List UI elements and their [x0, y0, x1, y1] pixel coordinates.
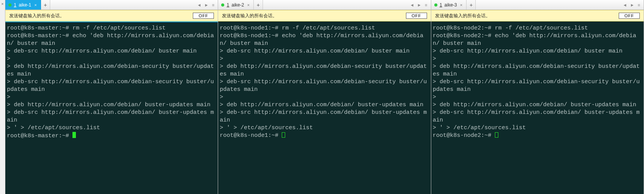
terminal-output[interactable]: root@k8s-master:~# rm -f /etc/apt/source… [5, 21, 218, 194]
close-tab-icon[interactable]: × [246, 3, 250, 7]
tab-label: aike-2 [232, 2, 244, 8]
terminal-line: > deb http://mirrors.aliyun.com/debian-s… [7, 63, 216, 78]
terminal-line: root@k8s-node2:~# echo 'deb http://mirro… [433, 32, 642, 48]
terminal-line: > deb-src http://mirrors.aliyun.com/debi… [7, 78, 216, 94]
terminal-pane: 1 aike-2×+◄►≡发送键盘输入的所有会话。OFFroot@k8s-nod… [218, 0, 431, 194]
session-tab[interactable]: 1 aike-2× [218, 0, 254, 10]
terminal-line: > deb-src http://mirrors.aliyun.com/debi… [7, 48, 216, 55]
tab-scroll-controls: ◄►≡ [194, 0, 218, 10]
terminal-line: > deb-src http://mirrors.aliyun.com/debi… [433, 48, 642, 55]
terminal-pane: 1 aike-3×+◄►≡发送键盘输入的所有会话。OFFroot@k8s-nod… [431, 0, 644, 194]
terminal-prompt-line: root@k8s-node2:~# [433, 132, 642, 140]
terminal-line: > [7, 94, 216, 101]
terminal-line: > deb-src http://mirrors.aliyun.com/debi… [7, 109, 216, 124]
banner-message: 发送键盘输入的所有会话。 [222, 13, 406, 19]
terminal-prompt-line: root@k8s-master:~# [7, 132, 216, 140]
tab-right-arrow-icon[interactable]: ► [416, 3, 422, 7]
cursor-icon [72, 132, 76, 138]
terminal-output[interactable]: root@k8s-node2:~# rm -f /etc/apt/sources… [431, 21, 644, 194]
terminal-line: > ' > /etc/apt/sources.list [433, 124, 642, 132]
tab-bar: 1 aike-1×+◄►≡ [5, 0, 218, 10]
close-tab-icon[interactable]: × [33, 3, 37, 7]
broadcast-off-button[interactable]: OFF [406, 13, 427, 19]
broadcast-off-button[interactable]: OFF [619, 13, 640, 19]
terminal-line: > deb-src http://mirrors.aliyun.com/debi… [433, 109, 642, 124]
banner-message: 发送键盘输入的所有会话。 [9, 13, 193, 19]
terminal-output[interactable]: root@k8s-node1:~# rm -f /etc/apt/sources… [218, 21, 430, 194]
tab-left-arrow-icon[interactable]: ◄ [409, 3, 415, 7]
new-tab-button[interactable]: + [41, 0, 50, 10]
tab-menu-icon[interactable]: ≡ [210, 3, 215, 7]
tab-number: 1 [440, 2, 442, 8]
new-tab-button[interactable]: + [467, 0, 476, 10]
terminal-line: > [7, 55, 216, 63]
left-gutter: × [0, 0, 5, 194]
broadcast-banner: 发送键盘输入的所有会话。OFF [5, 10, 218, 21]
terminal-line: > deb-src http://mirrors.aliyun.com/debi… [220, 109, 429, 124]
tab-scroll-controls: ◄►≡ [619, 0, 644, 10]
new-tab-button[interactable]: + [254, 0, 263, 10]
tab-right-arrow-icon[interactable]: ► [629, 3, 636, 7]
terminal-line: root@k8s-master:~# echo 'deb http://mirr… [7, 32, 216, 48]
session-tab[interactable]: 1 aike-3× [431, 0, 467, 10]
tab-menu-icon[interactable]: ≡ [636, 3, 641, 7]
cursor-icon [282, 132, 285, 138]
tab-number: 1 [14, 2, 16, 8]
tab-menu-icon[interactable]: ≡ [423, 3, 428, 7]
tab-bar: 1 aike-2×+◄►≡ [218, 0, 430, 10]
tab-number: 1 [227, 2, 229, 8]
gutter-close-icon[interactable]: × [0, 0, 5, 6]
banner-message: 发送键盘输入的所有会话。 [435, 13, 619, 19]
terminal-line: root@k8s-node1:~# rm -f /etc/apt/sources… [220, 25, 429, 32]
tab-scroll-controls: ◄►≡ [406, 0, 430, 10]
cursor-icon [495, 132, 498, 138]
prompt-text: root@k8s-master:~# [7, 133, 72, 139]
status-dot-icon [8, 3, 12, 7]
terminal-line: > [220, 94, 429, 101]
terminal-line: > deb http://mirrors.aliyun.com/debian/ … [220, 101, 429, 109]
tab-label: aike-3 [444, 2, 457, 8]
tab-bar: 1 aike-3×+◄►≡ [431, 0, 644, 10]
terminal-prompt-line: root@k8s-node1:~# [220, 132, 429, 140]
tab-label: aike-1 [19, 2, 31, 8]
prompt-text: root@k8s-node2:~# [433, 132, 495, 139]
broadcast-off-button[interactable]: OFF [193, 13, 214, 19]
terminal-line: root@k8s-master:~# rm -f /etc/apt/source… [7, 25, 216, 32]
close-tab-icon[interactable]: × [459, 3, 463, 7]
terminal-line: > deb http://mirrors.aliyun.com/debian-s… [433, 63, 642, 78]
terminal-line: > ' > /etc/apt/sources.list [220, 124, 429, 132]
split-panes: × 1 aike-1×+◄►≡发送键盘输入的所有会话。OFFroot@k8s-m… [0, 0, 644, 194]
terminal-pane: 1 aike-1×+◄►≡发送键盘输入的所有会话。OFFroot@k8s-mas… [5, 0, 218, 194]
terminal-line: > [433, 94, 642, 101]
tab-right-arrow-icon[interactable]: ► [203, 3, 210, 7]
broadcast-banner: 发送键盘输入的所有会话。OFF [431, 10, 644, 21]
terminal-line: root@k8s-node2:~# rm -f /etc/apt/sources… [433, 25, 642, 32]
terminal-line: > deb-src http://mirrors.aliyun.com/debi… [220, 78, 429, 94]
broadcast-banner: 发送键盘输入的所有会话。OFF [218, 10, 430, 21]
terminal-line: > deb http://mirrors.aliyun.com/debian-s… [220, 63, 429, 78]
prompt-text: root@k8s-node1:~# [220, 132, 282, 139]
tab-left-arrow-icon[interactable]: ◄ [622, 3, 628, 7]
terminal-line: > deb http://mirrors.aliyun.com/debian/ … [7, 101, 216, 109]
terminal-line: root@k8s-node1:~# echo 'deb http://mirro… [220, 32, 429, 48]
status-dot-icon [221, 3, 224, 7]
terminal-line: > deb-src http://mirrors.aliyun.com/debi… [433, 78, 642, 94]
status-dot-icon [434, 3, 437, 7]
terminal-line: > [433, 55, 642, 63]
tab-left-arrow-icon[interactable]: ◄ [196, 3, 202, 7]
terminal-line: > ' > /etc/apt/sources.list [7, 124, 216, 132]
terminal-line: > [220, 55, 429, 63]
session-tab[interactable]: 1 aike-1× [5, 0, 41, 10]
terminal-line: > deb-src http://mirrors.aliyun.com/debi… [220, 48, 429, 55]
terminal-line: > deb http://mirrors.aliyun.com/debian/ … [433, 101, 642, 109]
